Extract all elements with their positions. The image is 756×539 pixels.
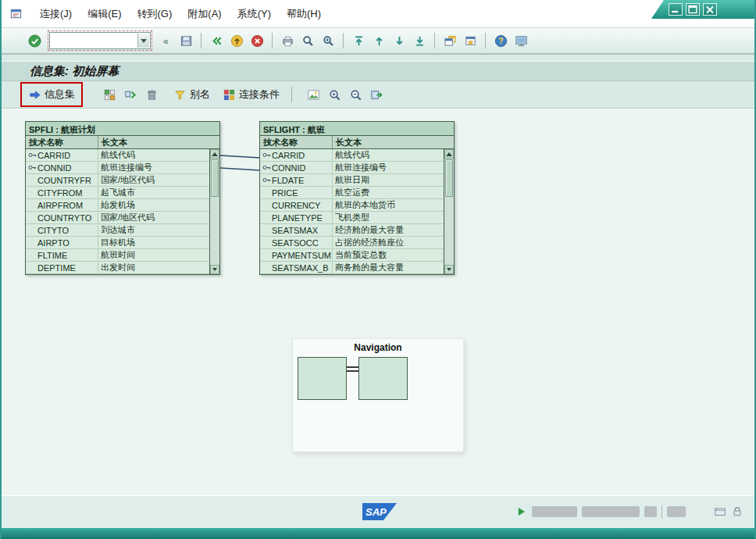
field-row[interactable]: CONNID航班连接编号 xyxy=(26,162,209,174)
field-row[interactable]: CONNID航班连接编号 xyxy=(260,162,444,174)
play-icon[interactable] xyxy=(515,505,527,518)
next-page-button[interactable] xyxy=(390,32,408,49)
scroll-thumb[interactable] xyxy=(211,159,219,197)
column-header[interactable]: 技术名称 xyxy=(260,136,333,148)
create-shortcut-button[interactable] xyxy=(461,32,480,49)
field-name-cell: CONNID xyxy=(260,162,333,173)
field-row[interactable]: SEATSOCC占据的经济舱座位 xyxy=(260,237,444,249)
cancel-button[interactable] xyxy=(248,32,266,49)
field-name: FLDATE xyxy=(272,176,304,185)
field-row[interactable]: FLDATE航班日期 xyxy=(260,174,444,187)
key-placeholder xyxy=(27,226,37,235)
print-button[interactable] xyxy=(278,32,297,49)
scroll-up-button[interactable] xyxy=(210,149,219,159)
scroll-up-button[interactable] xyxy=(444,149,454,159)
column-header[interactable]: 技术名称 xyxy=(26,136,98,148)
field-row[interactable]: CARRID航线代码 xyxy=(260,149,444,162)
field-row[interactable]: DEPTIME出发时间 xyxy=(26,262,209,274)
field-row[interactable]: FLTIME航班时间 xyxy=(26,249,209,262)
close-button[interactable] xyxy=(703,3,717,16)
menu-item[interactable]: 系统(Y) xyxy=(230,5,279,23)
field-row[interactable]: SEATSMAX_B商务舱的最大容量 xyxy=(260,262,444,274)
field-name-cell: FLTIME xyxy=(26,249,98,261)
back-button[interactable] xyxy=(207,32,226,49)
field-text-cell: 国家/地区代码 xyxy=(98,212,209,223)
field-row[interactable]: PAYMENTSUM当前预定总数 xyxy=(260,249,444,262)
field-row[interactable]: PRICE航空运费 xyxy=(260,187,444,199)
field-row[interactable]: COUNTRYFR国家/地区代码 xyxy=(26,174,209,187)
exit-button[interactable] xyxy=(227,32,246,49)
first-page-button[interactable] xyxy=(349,32,368,49)
new-session-button[interactable] xyxy=(440,32,459,49)
menu-item[interactable]: 转到(G) xyxy=(130,5,180,23)
field-row[interactable]: AIRPTO目标机场 xyxy=(26,237,209,249)
alias-button[interactable]: 别名 xyxy=(169,84,215,105)
key-placeholder xyxy=(27,263,37,273)
last-page-button[interactable] xyxy=(410,32,429,49)
scroll-down-button[interactable] xyxy=(444,265,454,274)
command-field-dropdown[interactable] xyxy=(137,34,149,48)
find-next-button[interactable] xyxy=(319,32,337,49)
scroll-thumb[interactable] xyxy=(445,159,453,197)
menu-item[interactable]: 帮助(H) xyxy=(279,5,329,23)
standard-toolbar: «? xyxy=(2,28,754,55)
field-name: CONNID xyxy=(272,163,305,173)
field-row[interactable]: AIRPFROM始发机场 xyxy=(26,199,209,212)
field-row[interactable]: SEATSMAX经济舱的最大容量 xyxy=(260,224,444,237)
field-name: PRICE xyxy=(272,188,298,198)
command-field[interactable] xyxy=(49,32,151,49)
column-header[interactable]: 长文本 xyxy=(333,136,454,148)
field-row[interactable]: COUNTRYTO国家/地区代码 xyxy=(26,212,209,224)
insert-button[interactable] xyxy=(100,86,119,103)
panel-title[interactable]: SPFLI : 航班计划 xyxy=(26,122,219,136)
field-name-cell: AIRPTO xyxy=(26,237,98,248)
infoset-button[interactable]: 信息集 xyxy=(23,84,80,105)
field-name-cell: COUNTRYFR xyxy=(26,174,98,186)
redacted-status-text xyxy=(582,506,640,517)
scroll-down-button[interactable] xyxy=(210,265,219,274)
zoom-in-button[interactable] xyxy=(325,86,344,103)
red-highlight-box: 信息集 xyxy=(20,82,83,107)
continue-arrow-icon xyxy=(28,88,41,102)
delete-button[interactable] xyxy=(142,86,161,103)
field-row[interactable]: PLANETYPE飞机类型 xyxy=(260,212,444,224)
sap-logo: SAP xyxy=(362,503,397,520)
navigation-table-box-right[interactable] xyxy=(358,357,408,400)
preview-button[interactable] xyxy=(304,86,323,103)
key-placeholder xyxy=(262,201,271,210)
menu-item[interactable]: 编辑(E) xyxy=(80,5,129,23)
field-name: SEATSMAX xyxy=(272,226,318,235)
field-name-cell: CARRID xyxy=(260,149,333,161)
vertical-scrollbar[interactable] xyxy=(444,149,454,274)
field-name-cell: CURRENCY xyxy=(260,199,333,211)
column-header[interactable]: 长文本 xyxy=(98,136,219,148)
previous-page-button[interactable] xyxy=(369,32,388,49)
menu-item[interactable]: 附加(A) xyxy=(180,5,229,23)
join-conditions-button[interactable]: 连接条件 xyxy=(218,84,284,105)
panel-icon[interactable] xyxy=(714,505,726,518)
panel-title[interactable]: SFLIGHT : 航班 xyxy=(260,122,454,136)
field-row[interactable]: CURRENCY航班的本地货币 xyxy=(260,199,444,212)
command-input[interactable] xyxy=(50,33,188,48)
menu-item[interactable]: 连接(J) xyxy=(32,5,80,23)
field-text-cell: 到达城市 xyxy=(98,224,209,236)
find-button[interactable] xyxy=(298,32,317,49)
navigation-view-button[interactable] xyxy=(367,86,386,103)
redacted-status-text xyxy=(667,506,686,517)
structure-button[interactable] xyxy=(121,86,140,103)
maximize-button[interactable] xyxy=(686,3,700,16)
layout-menu-button[interactable] xyxy=(512,32,530,49)
field-name-cell: DEPTIME xyxy=(26,262,98,273)
menubar-items: 连接(J)编辑(E)转到(G)附加(A)系统(Y)帮助(H) xyxy=(32,5,329,23)
field-row[interactable]: CITYTO到达城市 xyxy=(26,224,209,237)
field-row[interactable]: CITYFROM起飞城市 xyxy=(26,187,209,199)
field-name: DEPTIME xyxy=(37,263,76,273)
navigation-table-box-left[interactable] xyxy=(298,357,347,400)
help-button[interactable]: ? xyxy=(491,32,510,49)
zoom-out-button[interactable] xyxy=(346,86,365,103)
field-row[interactable]: CARRID航线代码 xyxy=(26,149,209,162)
vertical-scrollbar[interactable] xyxy=(209,149,219,274)
system-menu-icon[interactable] xyxy=(9,7,23,20)
minimize-button[interactable] xyxy=(669,3,683,16)
enter-button[interactable] xyxy=(25,32,44,49)
